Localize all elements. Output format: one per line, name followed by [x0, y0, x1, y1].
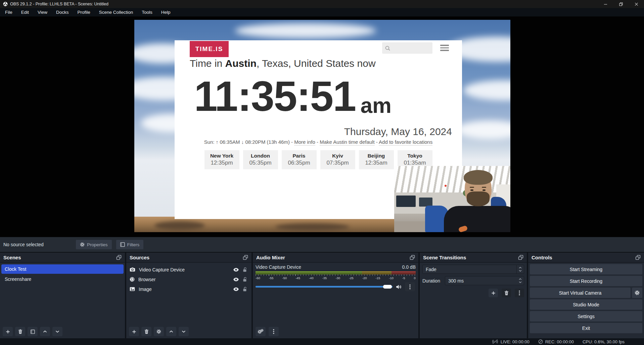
date-readout: Thursday, May 16, 2024	[344, 126, 452, 137]
mixer-menu-button[interactable]	[269, 327, 279, 336]
menu-help[interactable]: Help	[157, 8, 175, 16]
visibility-eye-icon[interactable]	[233, 287, 239, 291]
titlebar: OBS 29.1.2 - Profile: LLHLS BETA - Scene…	[0, 0, 644, 8]
move-source-up-button[interactable]	[166, 327, 176, 336]
timeis-logo-text: TIME.IS	[195, 45, 223, 53]
city-tile: Beijing12:35am	[359, 150, 394, 169]
remove-transition-button[interactable]	[502, 289, 511, 297]
search-icon	[385, 45, 390, 51]
source-row-video-capture[interactable]: Video Capture Device	[126, 265, 251, 274]
virtual-camera-config-button[interactable]	[632, 288, 642, 298]
trash-icon	[504, 291, 509, 295]
settings-button[interactable]: Settings	[530, 311, 642, 321]
transitions-title: Scene Transitions	[423, 255, 466, 260]
rec-time: REC: 00:00:00	[545, 339, 574, 344]
no-source-label: No source selected	[3, 242, 72, 247]
window-title: OBS 29.1.2 - Profile: LLHLS BETA - Scene…	[10, 2, 108, 6]
gear-icon	[156, 329, 161, 334]
remove-source-button[interactable]	[141, 327, 151, 336]
menu-edit[interactable]: Edit	[17, 8, 33, 16]
popout-icon[interactable]	[635, 255, 641, 260]
mixer-track-menu-button[interactable]	[405, 282, 415, 291]
clock-ampm: am	[360, 95, 392, 116]
source-row-browser[interactable]: Browser	[126, 274, 251, 284]
minimize-icon[interactable]	[598, 0, 613, 8]
menu-file[interactable]: File	[1, 8, 17, 16]
restore-icon[interactable]	[613, 0, 629, 8]
camera-icon	[130, 267, 135, 272]
trash-icon	[144, 329, 149, 334]
advanced-audio-button[interactable]	[256, 327, 266, 336]
scene-filters-button[interactable]	[28, 327, 38, 336]
dots-vertical-icon	[409, 284, 411, 290]
double-gear-icon	[258, 329, 264, 334]
city-tile: Kyiv07:35pm	[320, 150, 355, 169]
cloud-shape	[235, 23, 376, 38]
move-scene-up-button[interactable]	[40, 327, 50, 336]
stream-inactive-icon	[492, 339, 498, 344]
visibility-eye-icon[interactable]	[233, 277, 239, 282]
popout-icon[interactable]	[518, 255, 523, 260]
lock-open-icon[interactable]	[243, 287, 247, 292]
start-recording-button[interactable]: Start Recording	[530, 276, 642, 286]
scene-render: TIME.IS Time in Austin, Texas, United St…	[134, 20, 510, 232]
move-source-down-button[interactable]	[179, 327, 189, 336]
add-source-button[interactable]	[129, 327, 139, 336]
add-scene-button[interactable]	[3, 327, 13, 336]
exit-button[interactable]: Exit	[530, 323, 642, 333]
spin-arrows-icon[interactable]	[516, 276, 524, 285]
scenes-toolbar	[0, 325, 125, 338]
transition-menu-button[interactable]	[515, 289, 524, 297]
gear-icon	[635, 290, 640, 295]
menu-tools[interactable]: Tools	[137, 8, 157, 16]
sources-title: Sources	[130, 255, 149, 260]
sources-toolbar	[126, 325, 251, 338]
preview-canvas[interactable]: TIME.IS Time in Austin, Texas, United St…	[0, 16, 644, 237]
duration-spinbox[interactable]: 300 ms	[445, 276, 524, 285]
chevron-down-icon	[55, 330, 59, 333]
volume-slider[interactable]	[256, 286, 393, 288]
add-transition-button[interactable]	[489, 289, 498, 297]
scene-item-screenshare[interactable]: Screenshare	[1, 274, 124, 284]
speaker-icon[interactable]	[396, 285, 402, 289]
remove-scene-button[interactable]	[15, 327, 25, 336]
menu-docks[interactable]: Docks	[52, 8, 73, 16]
menu-scene-collection[interactable]: Scene Collection	[95, 8, 137, 16]
start-virtual-camera-button[interactable]: Start Virtual Camera	[530, 288, 631, 298]
lock-open-icon[interactable]	[243, 267, 247, 272]
properties-button[interactable]: Properties	[76, 240, 112, 249]
webcam-overlay	[394, 166, 510, 232]
menu-view[interactable]: View	[33, 8, 52, 16]
window-controls	[598, 0, 644, 8]
globe-icon	[130, 277, 135, 282]
close-icon[interactable]	[629, 0, 644, 8]
dock-area: Scenes Clock Test Screenshare Sources	[0, 253, 644, 338]
popout-icon[interactable]	[116, 255, 122, 260]
start-streaming-button[interactable]: Start Streaming	[530, 264, 642, 274]
lock-open-icon[interactable]	[243, 277, 247, 282]
transition-select[interactable]: Fade	[422, 265, 524, 274]
popout-icon[interactable]	[410, 255, 415, 260]
panel-audio-mixer: Audio Mixer Video Capture Device 0.0 dB …	[253, 253, 418, 338]
live-time: LIVE: 00:00:00	[501, 339, 530, 344]
move-scene-down-button[interactable]	[52, 327, 62, 336]
controls-title: Controls	[532, 255, 552, 260]
panel-scenes: Scenes Clock Test Screenshare	[0, 253, 125, 338]
scene-item-clock-test[interactable]: Clock Test	[1, 264, 124, 274]
studio-mode-button[interactable]: Studio Mode	[530, 299, 642, 310]
filters-button[interactable]: Filters	[116, 240, 144, 249]
source-row-image[interactable]: Image	[126, 284, 251, 294]
visibility-eye-icon[interactable]	[233, 268, 239, 272]
menu-profile[interactable]: Profile	[73, 8, 95, 16]
person-body	[444, 206, 510, 232]
record-inactive-icon	[538, 339, 543, 344]
panel-controls: Controls Start Streaming Start Recording…	[528, 253, 644, 338]
popout-icon[interactable]	[243, 255, 248, 260]
timeis-logo: TIME.IS	[190, 41, 229, 57]
filters-icon	[120, 242, 125, 247]
source-properties-button[interactable]	[154, 327, 164, 336]
add-favorite-link: Add to favorite locations	[379, 139, 432, 145]
volume-slider-handle[interactable]	[383, 285, 392, 289]
clock-time: 11:35:51	[194, 75, 356, 118]
duration-label: Duration	[422, 278, 442, 284]
